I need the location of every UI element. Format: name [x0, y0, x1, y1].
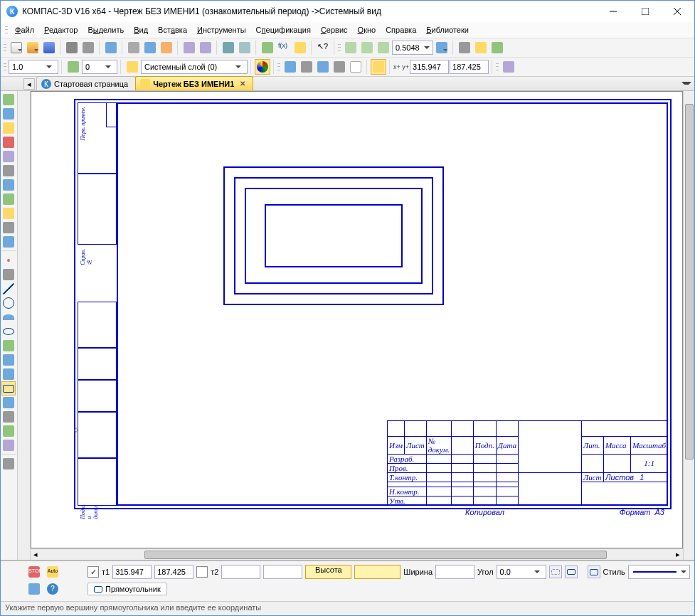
tool-rectangle-icon[interactable]	[1, 381, 16, 395]
view-number-combo[interactable]	[82, 60, 117, 74]
menu-tools[interactable]: Инструменты	[193, 24, 250, 36]
tab-close-icon[interactable]: ✕	[240, 80, 245, 87]
cat-dimensions-icon[interactable]	[1, 107, 16, 121]
cat-geometry-icon[interactable]	[1, 92, 16, 107]
tab-drawing-document[interactable]: Чертеж БЕЗ ИМЕНИ1 ✕	[135, 76, 253, 90]
tool-aux-line-icon[interactable]	[1, 267, 16, 282]
scale-combo[interactable]	[9, 60, 58, 74]
dropdown-icon[interactable]	[234, 63, 243, 71]
tool-ellipse-icon[interactable]	[1, 324, 16, 339]
zoom-combo[interactable]	[392, 41, 433, 55]
view-state-icon[interactable]	[65, 59, 81, 75]
t1-x-input[interactable]	[112, 565, 152, 579]
cat-select-icon[interactable]	[1, 192, 16, 206]
help-arrow-button[interactable]: ↖?	[315, 40, 331, 55]
cat-param-icon[interactable]	[1, 164, 16, 178]
copy-button[interactable]	[142, 40, 158, 55]
scale-input[interactable]	[11, 63, 45, 71]
dropdown-icon[interactable]	[423, 43, 431, 52]
zoom-fit-button[interactable]	[434, 40, 450, 55]
tool-arc-icon[interactable]	[1, 310, 16, 324]
dropdown-icon[interactable]	[104, 63, 112, 71]
zoom-in-button[interactable]	[359, 40, 375, 55]
menu-window[interactable]: Окно	[354, 24, 381, 36]
close-button[interactable]	[661, 1, 693, 21]
menu-help[interactable]: Справка	[381, 24, 420, 36]
scroll-thumb[interactable]	[685, 104, 694, 460]
tool-segment-icon[interactable]	[1, 282, 16, 296]
open-button[interactable]	[25, 40, 41, 55]
undo-button[interactable]	[221, 40, 236, 55]
zoom-input[interactable]	[394, 43, 423, 52]
rect-mode-button[interactable]	[588, 565, 600, 578]
zoom-prev-button[interactable]	[473, 40, 489, 55]
menu-service[interactable]: Сервис	[317, 24, 352, 36]
menu-spec[interactable]: Спецификация	[252, 24, 315, 36]
dropdown-icon[interactable]	[533, 568, 541, 576]
tool-circle-icon[interactable]	[1, 296, 16, 310]
height-input[interactable]	[354, 565, 400, 579]
view-number-input[interactable]	[84, 63, 104, 71]
dropdown-icon[interactable]	[45, 63, 53, 71]
tool-equidist-icon[interactable]	[1, 424, 16, 438]
snap-button[interactable]	[282, 59, 298, 75]
menu-file[interactable]: Файл	[11, 24, 38, 36]
axis-on-button[interactable]	[565, 565, 578, 578]
vertical-scrollbar[interactable]	[683, 91, 694, 560]
toolbar-grip[interactable]	[496, 61, 499, 73]
menu-insert[interactable]: Вставка	[154, 24, 191, 36]
tool-extra1-icon[interactable]	[1, 457, 16, 471]
maximize-button[interactable]	[629, 1, 661, 21]
copy-props-button[interactable]	[181, 40, 197, 55]
t2-y-input[interactable]	[263, 565, 302, 579]
tool-spline-icon[interactable]	[1, 339, 16, 353]
toolbar-grip[interactable]	[4, 42, 6, 53]
new-button[interactable]	[9, 40, 24, 55]
scroll-right-icon[interactable]: ▸	[673, 550, 683, 560]
scroll-thumb[interactable]	[144, 551, 607, 559]
save-params-button[interactable]	[26, 581, 42, 597]
drawing-canvas[interactable]: Перв. примен. Справ. № Подп. и дата Инв.…	[31, 91, 683, 548]
toolbar-grip[interactable]	[4, 61, 6, 73]
user-rectangle[interactable]	[265, 204, 403, 267]
angle-combo[interactable]	[497, 565, 546, 579]
axis-off-button[interactable]	[549, 565, 562, 578]
local-cs-button[interactable]	[371, 59, 386, 75]
t2-lock-check[interactable]	[196, 566, 208, 578]
cat-spec-icon[interactable]	[1, 206, 16, 221]
angle-input[interactable]	[499, 568, 533, 576]
toolbar-grip[interactable]	[5, 24, 8, 36]
layer-input[interactable]	[143, 63, 234, 71]
title-block[interactable]: ИзмЛист№ докум.Подп.ДатаЛит.МассаМасштаб…	[387, 420, 668, 506]
measure-button[interactable]	[501, 59, 516, 75]
scroll-left-icon[interactable]: ◂	[31, 550, 41, 560]
cat-measure-icon[interactable]	[1, 178, 16, 192]
layer-icon[interactable]	[124, 59, 140, 75]
redo-button[interactable]	[237, 40, 253, 55]
color-wheel-button[interactable]	[255, 59, 270, 75]
library-mgr-button[interactable]	[260, 40, 275, 55]
auto-create-button[interactable]: Auto	[45, 564, 60, 580]
save-button[interactable]	[41, 40, 57, 55]
menu-edit[interactable]: Редактор	[40, 24, 82, 36]
round-button[interactable]	[348, 59, 364, 75]
menu-view[interactable]: Вид	[129, 24, 152, 36]
cat-notation-icon[interactable]	[1, 135, 16, 149]
tool-point-icon[interactable]	[1, 253, 16, 267]
zoom-out-button[interactable]	[376, 40, 391, 55]
layer-combo[interactable]	[141, 60, 248, 74]
width-input[interactable]	[435, 565, 474, 579]
style-combo[interactable]	[628, 565, 690, 579]
t2-x-input[interactable]	[221, 565, 260, 579]
menu-select[interactable]: Выделить	[83, 24, 128, 36]
toolbar-grip[interactable]	[338, 42, 341, 53]
grid-button[interactable]	[299, 59, 314, 75]
minimize-button[interactable]	[597, 1, 629, 21]
tool-hatch-icon[interactable]	[1, 438, 16, 452]
paste-button[interactable]	[159, 40, 174, 55]
properties-button[interactable]	[198, 40, 213, 55]
menu-libs[interactable]: Библиотеки	[422, 24, 473, 36]
property-tab-rectangle[interactable]: Прямоугольник	[87, 583, 167, 595]
ortho-button[interactable]	[331, 59, 347, 75]
t1-lock-check[interactable]: ✓	[87, 566, 99, 578]
